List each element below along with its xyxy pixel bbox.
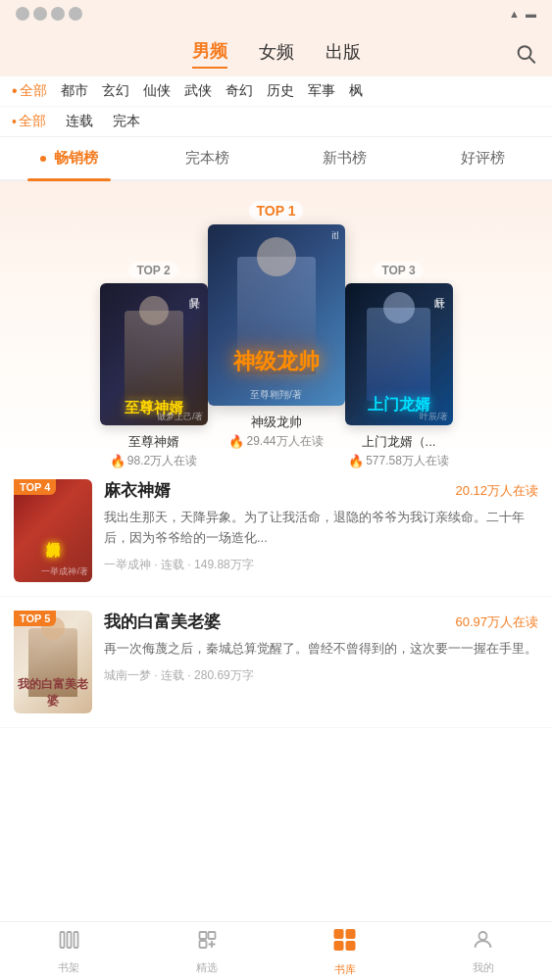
wifi-icon: ▲ [509,8,520,20]
rank-tab-new[interactable]: 新书榜 [276,137,415,179]
ranking-tabs: 畅销榜 完本榜 新书榜 好评榜 [0,137,552,181]
top5-meta: 城南一梦 · 连载 · 280.69万字 [104,667,538,684]
sub-filter: 全部 连载 完本 [0,107,552,137]
top5-title: 我的白富美老婆 [104,611,221,633]
top4-title: 麻衣神婿 [104,479,171,502]
main-tabs: 男频 女频 出版 [0,35,552,76]
genre-filter: 全部 都市 玄幻 仙侠 武侠 奇幻 历史 军事 枫 [0,76,552,107]
top1-title-overlay: 神级龙帅 [208,347,345,376]
genre-wuxia[interactable]: 武侠 [184,82,212,100]
list-item-top5[interactable]: 我的白富美老婆 TOP 5 我的白富美老婆 60.97万人在读 再一次侮蔑之后，… [0,597,552,728]
top3-badge: TOP 3 [374,262,423,279]
status-right: ▲ ▬ [509,8,536,20]
genre-scifi[interactable]: 奇幻 [226,82,253,100]
list-item-top4[interactable]: 麻衣神婿 一举成神/著 TOP 4 麻衣神婿 20.12万人在读 我出生那天，天… [0,466,552,597]
top4-info: 麻衣神婿 20.12万人在读 我出生那天，天降异象。为了让我活命，退隐的爷爷为我… [104,479,538,582]
tab-male[interactable]: 男频 [192,39,227,69]
sub-ongoing[interactable]: 连载 [66,113,93,130]
top4-readers: 20.12万人在读 [455,482,538,500]
rank-tab-popular[interactable]: 畅销榜 [0,137,138,179]
sub-complete[interactable]: 完本 [113,113,140,130]
top2-badge: TOP 2 [128,262,177,279]
top2-cover-wrap: 叶昊 至尊神婿 做梦上己/著 [100,283,208,425]
genre-city[interactable]: 都市 [61,82,88,100]
fire-icon-1: 🔥 [228,434,244,449]
top2-cover: 叶昊 至尊神婿 做梦上己/著 [100,283,208,425]
top3-card[interactable]: TOP 3 叶辰 上门龙婿 叶辰/著 上门龙婿（... 🔥 577.58万人在读 [345,262,453,469]
status-bar: ▲ ▬ [0,0,552,27]
top5-info: 我的白富美老婆 60.97万人在读 再一次侮蔑之后，秦城总算觉醒了。曾经不曾得到… [104,611,538,713]
top4-desc: 我出生那天，天降异象。为了让我活命，退隐的爷爷为我订亲续命。二十年后，因为爷爷给… [104,508,538,549]
genre-more[interactable]: 枫 [349,82,363,100]
top3-title: 上门龙婿（... [362,433,436,451]
top1-author-overlay: 至尊翱翔/著 [250,388,302,402]
top4-title-row: 麻衣神婿 20.12万人在读 [104,479,538,502]
top1-cover: 神级龙帅 至尊翱翔/著 itl [208,224,345,406]
top5-readers: 60.97万人在读 [455,613,538,631]
genre-history[interactable]: 历史 [267,82,294,100]
genre-all[interactable]: 全部 [12,82,47,100]
top2-card[interactable]: TOP 2 叶昊 至尊神婿 做梦上己/著 至尊神婿 🔥 98.2万人在读 [100,262,208,469]
top5-badge: TOP 5 [14,611,56,626]
book-list: 麻衣神婿 一举成神/著 TOP 4 麻衣神婿 20.12万人在读 我出生那天，天… [0,466,552,728]
top4-cover-wrap: 麻衣神婿 一举成神/著 TOP 4 [14,479,92,582]
top5-title-overlay: 我的白富美老婆 [14,676,92,710]
top4-meta: 一举成神 · 连载 · 149.88万字 [104,557,538,573]
battery-icon: ▬ [526,8,536,20]
top2-readers: 🔥 98.2万人在读 [110,453,197,469]
genre-xian[interactable]: 仙侠 [143,82,171,100]
header: 男频 女频 出版 [0,27,552,76]
top1-card[interactable]: TOP 1 神级龙帅 至尊翱翔/著 itl 神级龙帅 🔥 29.44万人在读 [208,201,345,450]
fire-icon-3: 🔥 [348,454,364,468]
top3-section: TOP 2 叶昊 至尊神婿 做梦上己/著 至尊神婿 🔥 98.2万人在读 [0,181,552,466]
top3-cover: 叶辰 上门龙婿 叶辰/著 [345,283,453,425]
top2-subtitle: 做梦上己/著 [157,411,204,423]
top1-readers: 🔥 29.44万人在读 [228,433,323,450]
tab-female[interactable]: 女频 [259,40,294,68]
search-button[interactable] [515,43,536,70]
top1-title: 神级龙帅 [251,414,302,431]
rank-tab-rating[interactable]: 好评榜 [414,137,552,179]
top5-title-row: 我的白富美老婆 60.97万人在读 [104,611,538,633]
top5-cover-wrap: 我的白富美老婆 TOP 5 [14,611,92,713]
top3-readers: 🔥 577.58万人在读 [348,453,449,469]
genre-military[interactable]: 军事 [308,82,335,100]
top3-cover-wrap: 叶辰 上门龙婿 叶辰/著 [345,283,453,425]
top5-desc: 再一次侮蔑之后，秦城总算觉醒了。曾经不曾得到的，这次要一一握在手里。 [104,639,538,660]
top2-title: 至尊神婿 [128,433,179,451]
rank-tab-complete[interactable]: 完本榜 [138,137,276,179]
tab-publish[interactable]: 出版 [326,40,361,68]
status-dots [16,7,82,21]
svg-line-1 [529,58,534,63]
top1-badge: TOP 1 [249,201,304,220]
genre-fantasy[interactable]: 玄幻 [102,82,129,100]
top1-cover-wrap: 神级龙帅 至尊翱翔/著 itl [208,224,345,406]
top4-badge: TOP 4 [14,479,56,495]
active-dot [40,156,46,162]
sub-all[interactable]: 全部 [12,113,46,130]
fire-icon-2: 🔥 [110,454,125,468]
